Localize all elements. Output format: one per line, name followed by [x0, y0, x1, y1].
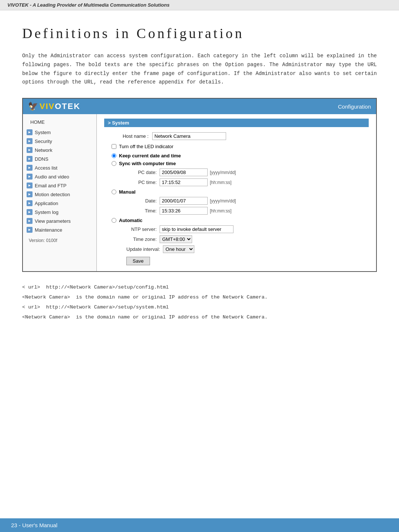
sidebar-item-system-log[interactable]: ► System log	[23, 208, 96, 216]
sidebar-item-application-label: Application	[35, 201, 58, 206]
radio-automatic-label: Automatic	[119, 218, 143, 223]
date-input[interactable]	[160, 197, 208, 205]
sidebar: HOME ► System ► Security ► Network ► DDN…	[23, 114, 97, 271]
host-name-label: Host name :	[104, 133, 152, 139]
update-interval-select[interactable]: One hour One day One week	[163, 245, 194, 253]
config-header: 🦅 VIVOTEK Configuration	[23, 99, 376, 114]
timezone-label: Time zone:	[126, 236, 160, 242]
pc-time-input[interactable]	[160, 178, 208, 186]
sidebar-item-maintenance[interactable]: ► Maintenance	[23, 225, 96, 234]
sidebar-item-maintenance-label: Maintenance	[35, 227, 62, 233]
config-panel: > System Host name : Turn off the LED in…	[97, 114, 376, 271]
main-content: Definitions in Configuration Only the Ad…	[0, 10, 399, 344]
page-title: Definitions in Configuration	[22, 25, 377, 41]
url-line-2: <Network Camera> is the domain name or o…	[22, 292, 377, 302]
arrow-icon: ►	[27, 218, 33, 224]
time-input[interactable]	[160, 207, 208, 215]
radio-sync-row: Sync with computer time	[104, 161, 369, 166]
arrow-icon: ►	[27, 200, 33, 206]
save-row: Save	[104, 257, 369, 265]
arrow-icon: ►	[27, 183, 33, 188]
radio-keep[interactable]	[112, 153, 116, 158]
pc-time-label: PC time:	[126, 180, 160, 185]
time-row: Time: [hh:mm:ss]	[126, 207, 369, 215]
sidebar-item-ddns-label: DDNS	[35, 156, 48, 162]
sidebar-item-email-ftp[interactable]: ► Email and FTP	[23, 181, 96, 190]
radio-sync-label: Sync with computer time	[119, 161, 176, 166]
sync-sub-form: PC date: [yyyy/mm/dd] PC time: [hh:mm:ss…	[104, 168, 369, 186]
arrow-icon: ►	[27, 174, 33, 180]
intro-paragraph: Only the Administrator can access system…	[22, 52, 377, 87]
radio-keep-label: Keep current date and time	[119, 153, 181, 158]
radio-manual-label: Manual	[119, 189, 136, 195]
sidebar-item-application[interactable]: ► Application	[23, 199, 96, 208]
ntp-server-input[interactable]	[160, 225, 233, 233]
sidebar-item-network[interactable]: ► Network	[23, 146, 96, 154]
sidebar-item-system-log-label: System log	[35, 209, 58, 215]
arrow-icon: ►	[27, 227, 33, 233]
config-frame: 🦅 VIVOTEK Configuration HOME ► System ► …	[22, 98, 377, 272]
sidebar-version: Version: 0100f	[23, 234, 96, 247]
manual-sub-form: Date: [yyyy/mm/dd] Time: [hh:mm:ss]	[104, 197, 369, 215]
url-line-1: < url> http://<Network Camera>/setup/con…	[22, 282, 377, 292]
sidebar-item-access-list-label: Access list	[35, 165, 57, 171]
time-hint: [hh:mm:ss]	[210, 208, 232, 214]
led-checkbox[interactable]	[112, 144, 116, 149]
sidebar-item-audio-video[interactable]: ► Audio and video	[23, 172, 96, 181]
sidebar-item-email-ftp-label: Email and FTP	[35, 183, 66, 188]
arrow-icon: ►	[27, 191, 33, 197]
sidebar-item-security[interactable]: ► Security	[23, 137, 96, 146]
host-name-input[interactable]	[152, 132, 226, 140]
url-section: < url> http://<Network Camera>/setup/con…	[22, 282, 377, 322]
sidebar-item-view-parameters[interactable]: ► View parameters	[23, 216, 96, 225]
timezone-row: Time zone: GMT+8:00 GMT+0:00 GMT-5:00	[126, 235, 369, 243]
date-row: Date: [yyyy/mm/dd]	[126, 197, 369, 205]
sidebar-item-system-label: System	[35, 130, 51, 135]
update-interval-row: Update interval: One hour One day One we…	[126, 245, 369, 253]
pc-date-input[interactable]	[160, 168, 208, 176]
sidebar-item-network-label: Network	[35, 147, 52, 153]
led-checkbox-row: Turn off the LED indicator	[104, 144, 369, 149]
automatic-sub-form: NTP server: Time zone: GMT+8:00 GMT+0:00…	[104, 225, 369, 253]
footer: 23 - User's Manual	[0, 518, 399, 532]
date-label: Date:	[126, 198, 160, 204]
sidebar-item-audio-video-label: Audio and video	[35, 174, 69, 180]
ntp-server-row: NTP server:	[126, 225, 369, 233]
footer-text: 23 - User's Manual	[11, 522, 57, 528]
logo-bird-icon: 🦅	[28, 102, 38, 111]
sidebar-item-motion-detection-label: Motion detection	[35, 192, 70, 197]
arrow-icon: ►	[27, 209, 33, 215]
sidebar-item-system[interactable]: ► System	[23, 128, 96, 137]
sidebar-item-access-list[interactable]: ► Access list	[23, 163, 96, 172]
update-interval-label: Update interval:	[126, 246, 163, 252]
pc-date-hint: [yyyy/mm/dd]	[210, 170, 236, 175]
timezone-select[interactable]: GMT+8:00 GMT+0:00 GMT-5:00	[160, 235, 192, 243]
url-line-3: < url> http://<Network Camera>/setup/sys…	[22, 302, 377, 312]
config-label: Configuration	[338, 103, 371, 110]
breadcrumb: > System	[104, 119, 369, 127]
top-bar: VIVOTEK - A Leading Provider of Multimed…	[0, 0, 399, 10]
company-tagline: VIVOTEK - A Leading Provider of Multimed…	[7, 2, 170, 8]
sidebar-item-security-label: Security	[35, 139, 52, 144]
arrow-icon: ►	[27, 165, 33, 171]
sidebar-item-ddns[interactable]: ► DDNS	[23, 154, 96, 163]
radio-automatic[interactable]	[112, 218, 116, 223]
led-checkbox-label: Turn off the LED indicator	[119, 144, 173, 149]
arrow-icon: ►	[27, 138, 33, 144]
date-hint: [yyyy/mm/dd]	[210, 198, 236, 204]
save-button[interactable]: Save	[126, 257, 150, 265]
radio-sync[interactable]	[112, 161, 116, 166]
pc-date-label: PC date:	[126, 170, 160, 175]
logo-text: VIVOTEK	[40, 102, 81, 111]
host-name-row: Host name :	[104, 132, 369, 140]
radio-keep-row: Keep current date and time	[104, 153, 369, 158]
pc-date-row: PC date: [yyyy/mm/dd]	[126, 168, 369, 176]
vivotek-logo: 🦅 VIVOTEK	[28, 102, 81, 111]
radio-manual[interactable]	[112, 190, 116, 194]
arrow-icon: ►	[27, 129, 33, 135]
pc-time-row: PC time: [hh:mm:ss]	[126, 178, 369, 186]
sidebar-item-motion-detection[interactable]: ► Motion detection	[23, 190, 96, 199]
config-body: HOME ► System ► Security ► Network ► DDN…	[23, 114, 376, 271]
time-label: Time:	[126, 208, 160, 214]
sidebar-item-home[interactable]: HOME	[23, 118, 96, 128]
